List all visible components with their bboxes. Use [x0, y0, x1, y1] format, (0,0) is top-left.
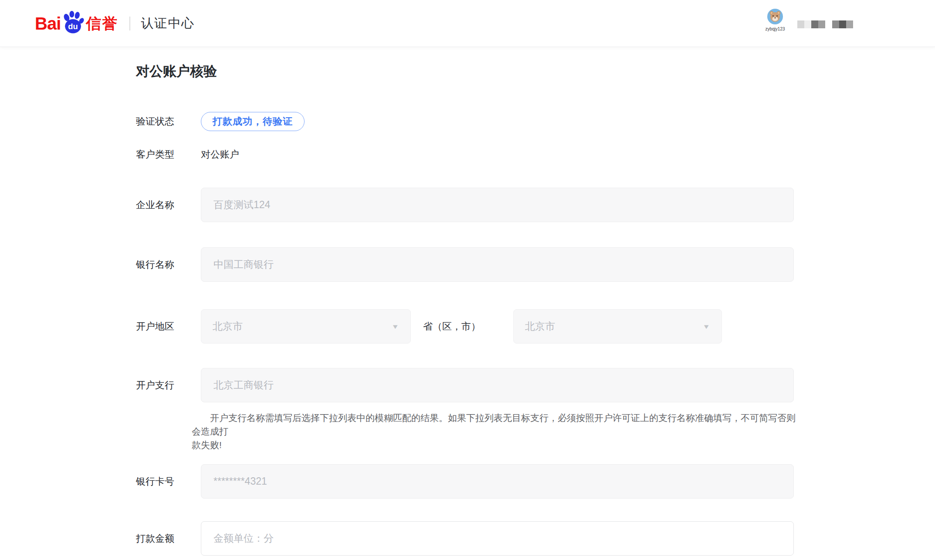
header: Bai du 信誉 认证中心 [0, 0, 935, 47]
row-customer-type: 客户类型 对公账户 [136, 149, 239, 160]
row-card-number: 银行卡号 [136, 464, 794, 499]
bank-region-label: 开户地区 [136, 320, 201, 333]
status-badge: 打款成功，待验证 [201, 112, 305, 131]
chevron-down-icon: ▼ [391, 323, 399, 329]
row-verify-status: 验证状态 打款成功，待验证 [136, 112, 305, 131]
company-name-label: 企业名称 [136, 199, 201, 212]
card-number-label: 银行卡号 [136, 475, 201, 488]
page: Bai du 信誉 认证中心 [0, 0, 935, 560]
branch-hint-line2: 款失败! [192, 440, 222, 450]
header-divider [129, 17, 130, 30]
branch-input [201, 368, 794, 402]
city-select-value: 北京市 [525, 320, 555, 333]
row-bank-region: 开户地区 北京市 ▼ 省（区，市） 北京市 ▼ [136, 309, 722, 344]
header-title: 认证中心 [141, 15, 195, 32]
card-number-input [201, 464, 794, 499]
bank-name-input [201, 247, 794, 282]
user-area: zybqjy123 [761, 9, 789, 31]
company-name-input [201, 188, 794, 222]
avatar[interactable] [767, 9, 783, 24]
logo-text-du: du [68, 21, 78, 30]
row-company-name: 企业名称 [136, 188, 794, 222]
branch-label: 开户支行 [136, 379, 201, 392]
redacted-text [797, 20, 853, 28]
customer-type-label: 客户类型 [136, 148, 201, 161]
chevron-down-icon: ▼ [702, 323, 710, 329]
region-unit-label: 省（区，市） [411, 320, 513, 333]
username: zybqjy123 [761, 27, 789, 31]
branch-hint: 开户支行名称需填写后选择下拉列表中的模糊匹配的结果。如果下拉列表无目标支行，必须… [192, 411, 802, 452]
baidu-xinyu-logo[interactable]: Bai du 信誉 认证中心 [35, 0, 195, 47]
branch-hint-line1: 开户支行名称需填写后选择下拉列表中的模糊匹配的结果。如果下拉列表无目标支行，必须… [192, 413, 796, 436]
baidu-paw-icon: du [61, 10, 85, 34]
bank-name-label: 银行名称 [136, 258, 201, 271]
amount-input[interactable] [201, 521, 794, 556]
row-branch: 开户支行 [136, 368, 794, 402]
logo-text-bai: Bai [35, 15, 61, 32]
customer-type-value: 对公账户 [201, 148, 239, 161]
province-select[interactable]: 北京市 ▼ [201, 309, 411, 344]
row-bank-name: 银行名称 [136, 247, 794, 282]
logo-text-xinyu: 信誉 [86, 16, 118, 31]
amount-label: 打款金额 [136, 532, 201, 545]
verify-status-label: 验证状态 [136, 115, 201, 128]
city-select[interactable]: 北京市 ▼ [513, 309, 722, 344]
row-amount: 打款金额 [136, 521, 794, 556]
page-title: 对公账户核验 [136, 62, 217, 81]
province-select-value: 北京市 [213, 320, 243, 333]
